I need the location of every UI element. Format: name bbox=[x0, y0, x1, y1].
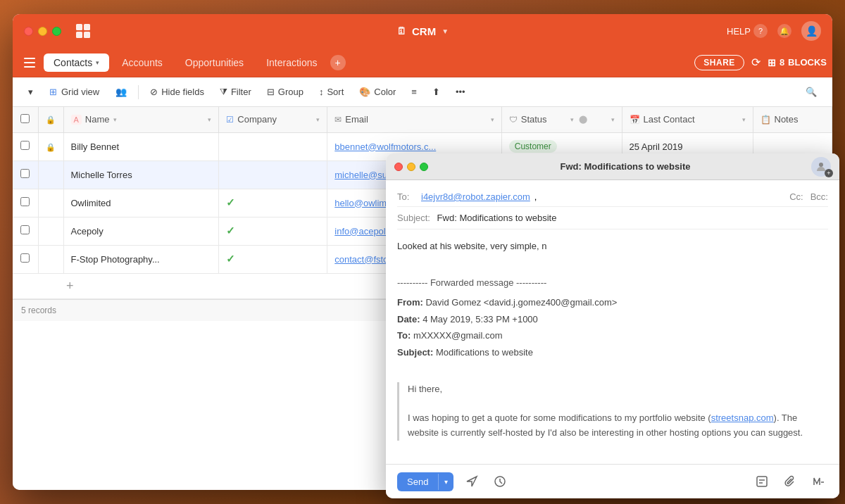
grid-view-button[interactable]: ⊞ Grid view bbox=[42, 83, 107, 101]
row-company[interactable] bbox=[219, 160, 327, 189]
filter-button[interactable]: ⧩ Filter bbox=[213, 84, 258, 101]
row-company[interactable]: ✓ bbox=[219, 245, 327, 273]
cc-button[interactable]: Cc: bbox=[789, 191, 803, 202]
sort-icon: ↕ bbox=[319, 87, 324, 97]
row-company[interactable]: ✓ bbox=[219, 189, 327, 217]
group-label: Group bbox=[278, 87, 303, 97]
add-tab-button[interactable]: + bbox=[330, 55, 346, 70]
name-value: Owlimited bbox=[71, 198, 111, 208]
send-dropdown-arrow[interactable]: ▾ bbox=[438, 474, 453, 490]
email-minimize-button[interactable] bbox=[407, 163, 415, 171]
row-select-checkbox[interactable] bbox=[20, 141, 30, 150]
email-value[interactable]: bbennet@wolfmotors.c... bbox=[334, 141, 436, 152]
body-first-line: Looked at his website, very simple, n bbox=[397, 239, 828, 254]
row-checkbox[interactable] bbox=[13, 132, 38, 160]
row-name[interactable]: Owlimited bbox=[63, 189, 219, 217]
person-icon-button[interactable]: 👥 bbox=[108, 84, 134, 100]
row-name[interactable]: Acepoly bbox=[63, 217, 219, 245]
lines-button[interactable]: ≡ bbox=[404, 84, 424, 100]
subject-value[interactable]: Fwd: Modifications to website bbox=[437, 213, 557, 223]
contacts-tab-arrow: ▾ bbox=[96, 59, 99, 66]
color-icon: 🎨 bbox=[359, 87, 370, 97]
status-filter-icon[interactable]: ▾ bbox=[570, 116, 574, 123]
user-avatar[interactable]: 👤 bbox=[801, 21, 821, 41]
email-filter-icon[interactable]: ▾ bbox=[491, 116, 494, 123]
svg-rect-5 bbox=[24, 62, 35, 63]
svg-rect-0 bbox=[76, 24, 82, 30]
email-traffic-lights bbox=[394, 163, 428, 171]
svg-point-7 bbox=[819, 163, 823, 167]
row-checkbox[interactable] bbox=[13, 217, 38, 245]
tab-contacts[interactable]: Contacts ▾ bbox=[44, 53, 109, 72]
lastcontact-column-header[interactable]: 📅 Last Contact ▾ bbox=[622, 107, 753, 132]
email-body[interactable]: Looked at his website, very simple, n --… bbox=[386, 229, 839, 464]
bcc-button[interactable]: Bcc: bbox=[810, 191, 828, 202]
more-button[interactable]: ••• bbox=[449, 84, 472, 100]
row-checkbox[interactable] bbox=[13, 245, 38, 273]
send-button[interactable]: Send ▾ bbox=[397, 472, 453, 491]
title-dropdown-arrow[interactable]: ▼ bbox=[442, 27, 449, 35]
color-button[interactable]: 🎨 Color bbox=[352, 84, 403, 100]
close-button[interactable] bbox=[24, 27, 33, 36]
company-filter-icon[interactable]: ▾ bbox=[316, 116, 320, 123]
row-company[interactable] bbox=[219, 132, 327, 160]
row-company[interactable]: ✓ bbox=[219, 217, 327, 245]
status-column-header[interactable]: 🛡 Status ▾ ⬤ ▾ bbox=[501, 107, 622, 132]
name-value: Michelle Torres bbox=[71, 170, 132, 180]
checkbox-header[interactable] bbox=[13, 107, 38, 132]
row-name[interactable]: Michelle Torres bbox=[63, 160, 219, 189]
attachment-icon[interactable] bbox=[780, 472, 800, 491]
contacts-tab-label: Contacts bbox=[54, 57, 92, 68]
help-button[interactable]: HELP ? bbox=[727, 24, 768, 38]
select-all-checkbox[interactable] bbox=[20, 114, 30, 123]
text-format-icon[interactable] bbox=[752, 472, 772, 491]
to-address[interactable]: i4ejvr8d@robot.zapier.com bbox=[421, 191, 530, 202]
blocks-button[interactable]: ⊞ 8 BLOCKS bbox=[768, 57, 827, 68]
tab-interactions[interactable]: Interactions bbox=[256, 53, 327, 72]
name-filter-icon[interactable]: ▾ bbox=[208, 116, 211, 123]
notes-column-header[interactable]: 📋 Notes bbox=[753, 107, 832, 132]
minimize-button[interactable] bbox=[38, 27, 47, 36]
tab-accounts[interactable]: Accounts bbox=[112, 53, 173, 72]
share-button[interactable]: SHARE bbox=[694, 55, 744, 70]
status-extra-arrow[interactable]: ▾ bbox=[611, 116, 615, 123]
hamburger-button[interactable] bbox=[18, 51, 41, 74]
row-select-checkbox[interactable] bbox=[20, 169, 30, 178]
email-modal: Fwd: Modifications to website + To: i4ej… bbox=[386, 153, 839, 498]
chevron-down-button[interactable]: ▾ bbox=[21, 84, 40, 100]
blocks-count: 8 bbox=[780, 57, 784, 68]
maximize-button[interactable] bbox=[52, 27, 61, 36]
lastcontact-filter-icon[interactable]: ▾ bbox=[742, 116, 746, 123]
quoted-link[interactable]: streetsnap.com bbox=[711, 412, 774, 423]
row-select-checkbox[interactable] bbox=[20, 225, 30, 234]
toolbar-right: 🔍 bbox=[799, 84, 824, 100]
clock-icon[interactable] bbox=[490, 472, 510, 491]
date-value: 4 May 2019, 5:33 PM +1000 bbox=[423, 314, 538, 325]
search-button[interactable]: 🔍 bbox=[799, 84, 824, 100]
color-label: Color bbox=[374, 87, 396, 97]
email-maximize-button[interactable] bbox=[420, 163, 428, 171]
row-select-checkbox[interactable] bbox=[20, 197, 30, 206]
row-select-checkbox[interactable] bbox=[20, 253, 30, 263]
row-checkbox[interactable] bbox=[13, 160, 38, 189]
history-button[interactable]: ⟳ bbox=[751, 56, 760, 69]
name-column-header[interactable]: A Name ▾ ▾ bbox=[63, 107, 219, 132]
company-column-header[interactable]: ☑ Company ▾ bbox=[219, 107, 327, 132]
status-extra-icon: ⬤ bbox=[579, 115, 587, 124]
email-close-button[interactable] bbox=[394, 163, 403, 171]
group-button[interactable]: ⊟ Group bbox=[260, 84, 311, 100]
export-button[interactable]: ⬆ bbox=[425, 84, 447, 100]
calendar-icon: 🗓 bbox=[396, 25, 406, 37]
row-checkbox[interactable] bbox=[13, 189, 38, 217]
sort-button[interactable]: ↕ Sort bbox=[312, 84, 351, 100]
row-name[interactable]: F-Stop Photography... bbox=[63, 245, 219, 273]
send-icon[interactable] bbox=[462, 472, 482, 491]
row-name[interactable]: Billy Bennet bbox=[63, 132, 219, 160]
tab-opportunities[interactable]: Opportunities bbox=[175, 53, 254, 72]
bell-icon[interactable]: 🔔 bbox=[777, 24, 791, 38]
group-icon: ⊟ bbox=[267, 87, 275, 97]
hide-fields-button[interactable]: ⊘ Hide fields bbox=[143, 84, 211, 100]
text-size-icon[interactable] bbox=[808, 472, 828, 491]
cc-bcc-buttons: Cc: Bcc: bbox=[789, 191, 828, 202]
email-column-header[interactable]: ✉ Email ▾ bbox=[327, 107, 501, 132]
